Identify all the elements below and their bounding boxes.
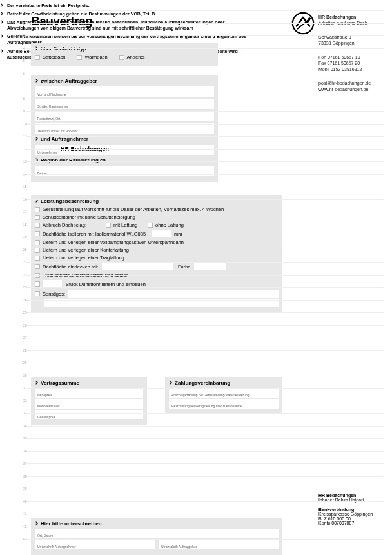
checkbox-container[interactable] — [35, 215, 40, 220]
final-payment-label: Restzahlung bei Fertigstellung bzw. Baua… — [172, 404, 242, 408]
ruler-number: 37 — [23, 461, 27, 465]
ruler-number: 10 — [23, 122, 27, 126]
checkbox-anderes[interactable] — [119, 55, 124, 60]
label-vent-pipe: Stück Dunstrohr liefern und einbauen — [66, 281, 146, 287]
ruler-number: 11 — [23, 134, 27, 138]
contractor-label: Unternehmen — [37, 150, 57, 154]
company-fax: Fax 07161 50667 20 — [318, 61, 360, 65]
section-parties: zwischen Auftraggeber Vor- und Nachname … — [31, 75, 218, 182]
company-sidebar: HR Bedachungen Arbeiten rund ums Dach Sc… — [318, 14, 382, 100]
client-phone-field[interactable]: Telefonnummer mit Vorwahl — [35, 123, 214, 134]
checkbox-vent-pipe[interactable] — [35, 281, 40, 287]
client-name-field[interactable]: Vor- und Nachname — [35, 86, 214, 97]
checkbox-counter-batten[interactable] — [35, 248, 40, 253]
downpayment-label: Abschlagszahlung bei Gerüststellung/Mate… — [172, 393, 250, 397]
place-date-label: Ort, Datum — [37, 534, 53, 538]
label-underlay: Liefern und verlegen einer volldampfungs… — [43, 239, 184, 245]
company-web: www.hr-bedachungen.de — [318, 87, 368, 92]
contractor-field[interactable]: HR Bedachungen Unternehmen — [35, 145, 214, 155]
checkbox-without-lattung[interactable] — [148, 223, 153, 228]
ruler-number: 5 — [23, 59, 25, 63]
label-mm: mm — [174, 231, 182, 237]
sig-contractor-field[interactable]: Unterschrift Auftragnehmer — [35, 540, 155, 549]
client-zip-field[interactable]: Postleitzahl, Ort — [35, 111, 214, 121]
checkbox-satteldach[interactable] — [35, 55, 40, 60]
bank-sidebar: HR Bedachungen Inhaber Rahim Hajdari Ban… — [318, 493, 382, 525]
ruler-number: 2 — [23, 21, 25, 25]
checkbox-ridge[interactable] — [35, 273, 40, 278]
ruler-number: 41 — [23, 512, 27, 516]
arrow-icon — [35, 521, 39, 525]
ruler-number: 29 — [23, 361, 27, 365]
covering-color-field[interactable] — [194, 263, 226, 270]
arrow-icon — [35, 137, 39, 141]
ruler-number: 32 — [23, 399, 27, 403]
ruler-number: 6 — [23, 72, 25, 76]
ruler-number: 12 — [23, 147, 27, 151]
ruler-number: 20 — [23, 248, 27, 252]
checkbox-insulation[interactable] — [35, 231, 40, 236]
company-email: post@hr-bedachungen.de — [318, 81, 371, 85]
svg-rect-1 — [306, 17, 311, 23]
section-payment: Zahlungsvereinbarung Abschlagszahlung be… — [165, 377, 282, 414]
label-batten: Liefern und verlegen einer Traglattung — [43, 255, 124, 261]
ruler-number: 14 — [23, 172, 27, 176]
section-signature: Hier bitte unterschreiben Ort, Datum Unt… — [31, 518, 282, 555]
sig-client-field[interactable]: Unterschrift Auftraggeber — [159, 540, 279, 549]
bank-blz: BLZ 610 500 00 — [318, 516, 351, 521]
ruler-number: 31 — [23, 386, 27, 390]
other-field-1[interactable] — [68, 290, 279, 298]
page-title: Bauvertrag — [31, 14, 92, 28]
vat-label: Mehrwertsteuer — [37, 404, 60, 408]
arrow-icon — [0, 12, 5, 15]
checkbox-batten[interactable] — [35, 256, 40, 261]
bank-konto: Konto 007007007 — [318, 521, 354, 525]
company-city: 73033 Göppingen — [318, 41, 355, 45]
ruler-number: 43 — [23, 537, 27, 541]
arrow-icon — [169, 381, 173, 385]
ruler-number: 8 — [23, 97, 25, 101]
start-date-field[interactable]: Datum — [35, 166, 214, 176]
label-anderes: Anderes — [127, 54, 145, 60]
client-street-field[interactable]: Straße, Hausnummer — [35, 99, 214, 109]
arrow-icon — [0, 49, 5, 53]
bank-header: Bankverbindung — [318, 507, 354, 512]
client-name-label: Vor- und Nachname — [37, 92, 66, 96]
ruler-number: 38 — [23, 474, 27, 478]
arrow-icon — [35, 381, 39, 385]
statement-1: Der vereinbarte Preis ist ein Festpreis. — [7, 3, 251, 8]
client-zip-label: Postleitzahl, Ort — [37, 117, 60, 121]
label-satteldach: Satteldach — [43, 54, 65, 60]
downpayment-field[interactable]: Abschlagszahlung bei Gerüststellung/Mate… — [169, 388, 279, 398]
checkbox-with-lattung[interactable] — [106, 223, 111, 228]
section-contract-sum: Vertragssumme Nettopreis Mehrwertsteuer … — [31, 377, 147, 425]
ruler-number: 7 — [23, 84, 25, 88]
ruler-number: 42 — [23, 525, 27, 529]
arrow-icon — [0, 34, 5, 38]
label-other: Sonstiges: — [43, 291, 65, 297]
ruler-number: 35 — [23, 436, 27, 440]
ruler-number: 19 — [23, 235, 27, 239]
start-date-header: Beginn der Bauleistung ca. — [41, 157, 107, 163]
label-counter-batten: Liefern und verlegen einer Konterlattung — [43, 247, 129, 253]
label-insulation: Dachfläche isolieren mit Isoliermaterial… — [43, 231, 146, 237]
checkbox-covering[interactable] — [35, 264, 40, 269]
label-covering: Dachfläche eindecken mit — [43, 264, 98, 270]
checkbox-demolition[interactable] — [35, 223, 40, 228]
checkbox-other[interactable] — [35, 291, 40, 296]
ruler-number: 34 — [23, 424, 27, 428]
arrow-icon — [0, 3, 5, 7]
checkbox-walmdach[interactable] — [77, 55, 82, 60]
contract-sum-header: Vertragssumme — [41, 380, 79, 386]
ruler-number: 25 — [23, 310, 27, 314]
place-date-field[interactable]: Ort, Datum — [35, 529, 279, 538]
ruler-number: 33 — [23, 411, 27, 415]
total-price-field[interactable]: Gesamtpreis — [35, 410, 143, 419]
label-ridge: Trockenfirst/Lüfterfirst liefern und set… — [43, 272, 129, 278]
covering-material-field[interactable] — [102, 263, 173, 270]
other-field-2[interactable] — [44, 299, 279, 307]
checkbox-underlay[interactable] — [35, 240, 40, 245]
net-price-field[interactable]: Nettopreis — [35, 388, 143, 398]
client-header: zwischen Auftraggeber — [41, 78, 97, 84]
ruler-number: 23 — [23, 285, 27, 289]
